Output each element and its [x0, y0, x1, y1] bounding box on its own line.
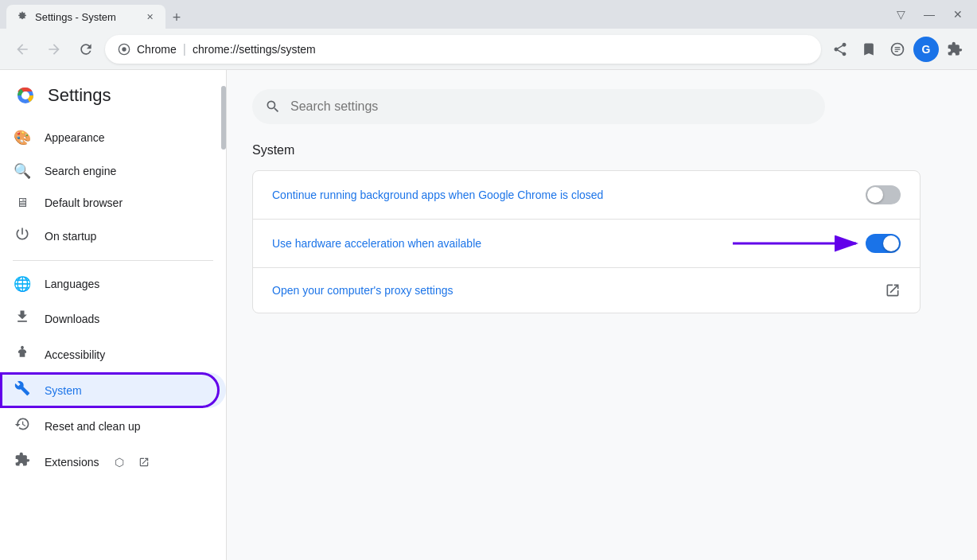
address-brand: Chrome [137, 43, 177, 56]
background-apps-row: Continue running background apps when Go… [253, 171, 920, 220]
background-apps-toggle[interactable] [866, 185, 901, 204]
appearance-icon: 🎨 [13, 129, 32, 146]
extensions-nav-label: Extensions [45, 456, 99, 469]
address-separator: | [183, 42, 186, 56]
nav-bar: Chrome | chrome://settings/system G [0, 29, 977, 70]
tab-title: Settings - System [35, 11, 137, 23]
hardware-acceleration-toggle-thumb [883, 235, 899, 251]
section-title: System [252, 143, 952, 158]
accessibility-label: Accessibility [45, 348, 105, 361]
window-controls: ▽ — ✕ [888, 3, 971, 25]
background-apps-label: Continue running background apps when Go… [272, 189, 866, 201]
sidebar-divider [13, 260, 213, 261]
close-button[interactable]: ✕ [945, 3, 971, 25]
default-browser-icon: 🖥 [13, 196, 32, 210]
sidebar: Settings 🎨 Appearance 🔍 Search engine 🖥 … [0, 70, 227, 560]
downloads-icon [13, 309, 32, 329]
search-input[interactable] [290, 99, 812, 114]
sidebar-item-downloads[interactable]: Downloads [0, 301, 220, 336]
search-bar[interactable] [252, 89, 825, 124]
scrollbar-track[interactable] [221, 70, 226, 560]
minimize-button[interactable]: ▽ [888, 3, 913, 25]
forward-button[interactable] [41, 37, 67, 62]
nav-action-buttons: G [827, 37, 967, 62]
proxy-settings-row[interactable]: Open your computer's proxy settings [253, 268, 920, 313]
extensions-external-icon: ⬡ [115, 456, 124, 469]
sidebar-item-system-wrapper: System [0, 372, 226, 408]
sidebar-item-on-startup[interactable]: On startup [0, 218, 220, 254]
reset-label: Reset and clean up [45, 420, 141, 433]
reset-icon [13, 416, 32, 436]
settings-card: Continue running background apps when Go… [252, 170, 921, 313]
extensions-open-icon [138, 457, 150, 468]
sidebar-item-default-browser[interactable]: 🖥 Default browser [0, 188, 220, 218]
system-label: System [45, 384, 82, 397]
sidebar-item-system[interactable]: System [0, 372, 226, 408]
share-button[interactable] [827, 37, 853, 62]
sidebar-item-accessibility[interactable]: Accessibility [0, 336, 220, 372]
on-startup-icon [13, 226, 32, 246]
secure-icon [118, 43, 130, 56]
new-tab-button[interactable]: + [165, 6, 188, 29]
address-bar[interactable]: Chrome | chrome://settings/system [105, 35, 821, 64]
chrome-logo-icon [13, 83, 38, 108]
sidebar-item-languages[interactable]: 🌐 Languages [0, 267, 220, 301]
hardware-acceleration-row: Use hardware acceleration when available [253, 220, 920, 268]
chrome-labs-button[interactable] [885, 37, 910, 62]
bookmark-button[interactable] [856, 37, 882, 62]
content-area: System Continue running background apps … [227, 70, 977, 560]
languages-label: Languages [45, 278, 99, 290]
background-apps-toggle-thumb [867, 187, 883, 203]
accessibility-icon [13, 344, 32, 364]
languages-icon: 🌐 [13, 275, 32, 293]
svg-point-6 [21, 91, 29, 99]
address-url: chrome://settings/system [193, 43, 316, 56]
sidebar-item-extensions[interactable]: Extensions ⬡ [0, 444, 220, 480]
proxy-settings-label[interactable]: Open your computer's proxy settings [272, 284, 885, 297]
sidebar-header: Settings [0, 83, 226, 121]
scrollbar-thumb[interactable] [221, 86, 226, 150]
sidebar-navigation: 🎨 Appearance 🔍 Search engine 🖥 Default b… [0, 121, 226, 480]
system-icon [13, 380, 32, 400]
appearance-label: Appearance [45, 131, 105, 144]
active-tab[interactable]: Settings - System ✕ [6, 5, 165, 29]
search-engine-label: Search engine [45, 165, 116, 177]
sidebar-item-appearance[interactable]: 🎨 Appearance [0, 121, 220, 154]
tab-favicon-icon [16, 10, 29, 23]
downloads-label: Downloads [45, 313, 99, 325]
title-bar: Settings - System ✕ + ▽ — ✕ [0, 0, 977, 29]
arrow-annotation [733, 228, 876, 259]
maximize-button[interactable]: — [917, 3, 942, 25]
extensions-nav-icon [13, 452, 32, 472]
hardware-acceleration-toggle[interactable] [866, 234, 901, 253]
main-layout: Settings 🎨 Appearance 🔍 Search engine 🖥 … [0, 70, 977, 560]
profile-button[interactable]: G [913, 37, 939, 62]
search-icon [265, 99, 281, 115]
search-engine-icon: 🔍 [13, 162, 32, 180]
on-startup-label: On startup [45, 230, 96, 243]
default-browser-label: Default browser [45, 196, 123, 209]
settings-title: Settings [48, 85, 111, 106]
sidebar-item-search-engine[interactable]: 🔍 Search engine [0, 154, 220, 188]
svg-point-2 [122, 47, 126, 51]
back-button[interactable] [10, 37, 35, 62]
proxy-external-link-icon [885, 282, 901, 298]
sidebar-item-reset[interactable]: Reset and clean up [0, 408, 220, 444]
tab-close-button[interactable]: ✕ [143, 10, 156, 23]
extensions-button[interactable] [942, 37, 967, 62]
refresh-button[interactable] [73, 37, 99, 62]
tab-strip: Settings - System ✕ + [6, 0, 882, 29]
